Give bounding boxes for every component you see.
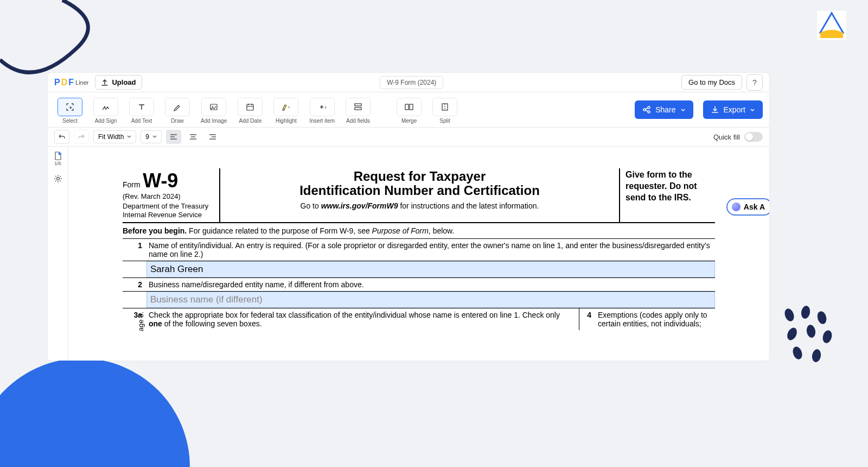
svg-point-1 <box>800 305 811 319</box>
merge-icon <box>404 102 414 112</box>
tool-select[interactable]: Select <box>54 94 86 125</box>
form-line-1: 1 Name of entity/individual. An entry is… <box>123 239 715 261</box>
svg-point-2 <box>816 310 828 325</box>
align-right-button[interactable] <box>205 130 220 144</box>
ai-orb-icon <box>732 203 741 211</box>
tool-add-sign[interactable]: Add Sign <box>90 94 122 125</box>
help-button[interactable]: ? <box>746 74 763 91</box>
svg-point-5 <box>821 329 833 344</box>
split-icon <box>440 102 450 112</box>
decorative-dots <box>781 304 835 369</box>
tool-add-image[interactable]: Add Image <box>197 94 230 125</box>
select-icon <box>65 102 75 112</box>
svg-rect-15 <box>410 104 413 110</box>
svg-rect-11 <box>247 104 253 110</box>
form-header: Form W-9 (Rev. March 2024) Department of… <box>123 168 715 223</box>
svg-rect-12 <box>355 104 361 106</box>
align-center-icon <box>189 134 197 140</box>
go-to-docs-button[interactable]: Go to my Docs <box>681 75 742 90</box>
name-field[interactable]: Sarah Green <box>146 261 715 277</box>
image-icon <box>209 102 219 112</box>
fields-icon <box>353 102 363 112</box>
undo-button[interactable] <box>54 130 69 144</box>
draw-icon <box>173 102 182 112</box>
highlight-icon <box>280 102 292 112</box>
left-sidebar: 1/6 <box>48 147 68 361</box>
upload-label: Upload <box>112 78 136 86</box>
svg-point-19 <box>648 111 650 113</box>
sign-icon <box>101 102 111 112</box>
app-window: PDFLiner Upload W-9 Form (2024) Go to my… <box>48 73 769 361</box>
svg-point-21 <box>56 178 59 180</box>
app-logo: PDFLiner <box>54 78 88 87</box>
chevron-down-icon <box>152 135 157 139</box>
chevron-down-icon <box>680 107 686 112</box>
quickfill-toggle[interactable] <box>744 132 763 142</box>
pages-panel-button[interactable]: 1/6 <box>54 151 62 166</box>
ask-ai-button[interactable]: Ask A <box>726 198 769 216</box>
align-center-button[interactable] <box>186 130 201 144</box>
upload-icon <box>101 79 108 86</box>
align-left-button[interactable] <box>166 130 181 144</box>
business-name-field[interactable]: Business name (if different) <box>146 292 715 308</box>
topbar: PDFLiner Upload W-9 Form (2024) Go to my… <box>48 73 769 92</box>
settings-button[interactable] <box>53 174 63 184</box>
form-header-left: Form W-9 (Rev. March 2024) Department of… <box>123 168 220 222</box>
undo-icon <box>58 133 66 141</box>
form-line-2: 2 Business name/disregarded entity name,… <box>123 277 715 292</box>
redo-icon <box>78 133 85 141</box>
side-page-label: age 3. <box>137 312 145 331</box>
svg-point-0 <box>783 307 795 323</box>
tool-highlight[interactable]: Highlight <box>270 94 302 125</box>
tool-insert-item[interactable]: Insert item <box>306 94 338 125</box>
tool-merge[interactable]: Merge <box>393 94 425 125</box>
svg-rect-13 <box>355 108 361 110</box>
zoom-level-select[interactable]: 9 <box>141 130 162 143</box>
before-you-begin: Before you begin. For guidance related t… <box>123 223 715 239</box>
svg-point-17 <box>648 106 650 109</box>
svg-point-18 <box>643 109 646 111</box>
document-title-chip[interactable]: W-9 Form (2024) <box>380 76 443 89</box>
form-header-right: Give form to the requester. Do not send … <box>620 168 715 222</box>
align-left-icon <box>170 134 177 140</box>
gear-icon <box>53 174 63 184</box>
svg-rect-14 <box>405 104 409 110</box>
svg-point-6 <box>791 345 803 361</box>
quickfill-toggle-group: Quick fill <box>713 132 763 142</box>
tool-add-text[interactable]: Add Text <box>126 94 157 125</box>
tool-add-date[interactable]: Add Date <box>234 94 266 125</box>
text-icon <box>137 102 146 112</box>
upload-button[interactable]: Upload <box>95 75 142 90</box>
workspace: 1/6 age 3. Ask A Form W-9 (Rev. March 20… <box>48 147 769 361</box>
svg-point-4 <box>806 324 816 338</box>
tool-draw[interactable]: Draw <box>162 94 193 125</box>
redo-button[interactable] <box>74 130 89 144</box>
calendar-icon <box>245 102 255 112</box>
tool-add-fields[interactable]: Add fields <box>342 94 374 125</box>
form-header-title: Request for Taxpayer Identification Numb… <box>220 168 620 222</box>
share-button[interactable]: Share <box>635 100 693 119</box>
tool-split[interactable]: Split <box>429 94 461 125</box>
share-icon <box>642 105 651 114</box>
decorative-blob <box>0 358 190 467</box>
chevron-down-icon <box>750 107 755 112</box>
svg-point-20 <box>58 153 61 155</box>
export-button[interactable]: Export <box>703 100 763 119</box>
plus-icon <box>316 102 328 112</box>
document-canvas[interactable]: age 3. Ask A Form W-9 (Rev. March 2024) … <box>68 147 769 361</box>
svg-point-7 <box>811 349 822 363</box>
brand-logo-corner <box>817 11 846 40</box>
download-icon <box>711 105 719 114</box>
zoom-mode-select[interactable]: Fit Width <box>93 130 136 143</box>
chevron-down-icon <box>127 135 131 139</box>
sub-toolbar: Fit Width 9 Quick fill <box>48 127 769 147</box>
form-document: Form W-9 (Rev. March 2024) Department of… <box>123 168 715 330</box>
page-icon <box>54 151 62 161</box>
svg-point-3 <box>786 326 799 342</box>
main-toolbar: Select Add Sign Add Text Draw Add Image … <box>48 92 769 127</box>
align-right-icon <box>209 134 216 140</box>
quickfill-label: Quick fill <box>713 133 740 141</box>
form-line-3: 3a Check the appropriate box for federal… <box>123 308 715 330</box>
svg-point-10 <box>212 106 213 107</box>
